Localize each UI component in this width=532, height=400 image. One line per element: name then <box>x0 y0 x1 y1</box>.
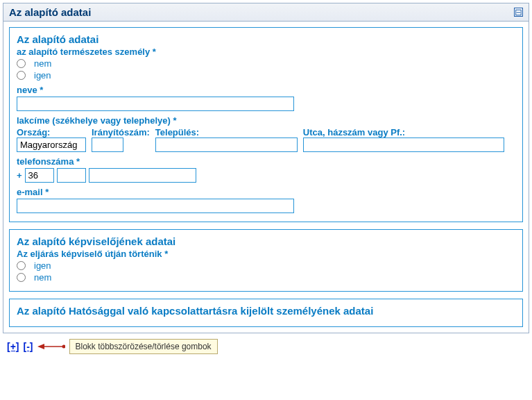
street-col: Utca, házszám vagy Pf.: <box>303 127 504 152</box>
natural-person-label: az alapító természetes személy * <box>17 47 515 57</box>
phone-row: + <box>17 168 515 183</box>
panel-body: Az alapító adatai az alapító természetes… <box>3 22 529 333</box>
panel-title: Az alapító adatai <box>9 6 91 18</box>
phone-country-input[interactable] <box>25 168 54 183</box>
street-input[interactable] <box>303 138 504 152</box>
add-block-button[interactable]: [+] <box>7 341 19 352</box>
city-label: Település: <box>155 127 298 138</box>
rep-no-row: nem <box>17 272 515 283</box>
rep-no-label: nem <box>34 272 51 283</box>
email-label: e-mail * <box>17 187 515 197</box>
rep-section-title: Az alapító képviselőjének adatai <box>17 235 515 247</box>
rep-radio-no[interactable] <box>17 273 26 282</box>
panel-header: Az alapító adatai ⊟ <box>3 3 529 22</box>
address-label: lakcíme (székhelye vagy telephelye) * <box>17 115 515 126</box>
street-label: Utca, házszám vagy Pf.: <box>303 127 504 138</box>
radio-yes-label: igen <box>34 70 51 81</box>
zip-input[interactable] <box>92 138 123 152</box>
email-input[interactable] <box>17 199 294 213</box>
natural-person-radio-no[interactable] <box>17 59 26 68</box>
address-row: Ország: Irányítószám: Település: Utca, h… <box>17 127 515 152</box>
representative-section: Az alapító képviselőjének adatai Az eljá… <box>9 229 523 292</box>
founder-panel: Az alapító adatai ⊟ Az alapító adatai az… <box>3 3 529 333</box>
founder-data-section: Az alapító adatai az alapító természetes… <box>9 27 523 222</box>
rep-yes-label: igen <box>34 260 51 271</box>
contact-section-title: Az alapító Hatósággal való kapcsolattart… <box>17 305 515 317</box>
phone-label: telefonszáma * <box>17 156 515 167</box>
country-col: Ország: <box>17 127 86 152</box>
tooltip-box: Blokk többszörözése/törlése gombok <box>69 339 218 354</box>
contact-person-section: Az alapító Hatósággal való kapcsolattart… <box>9 299 523 327</box>
svg-point-2 <box>62 345 65 349</box>
phone-number-input[interactable] <box>89 168 196 183</box>
city-input[interactable] <box>155 138 298 152</box>
footer-row: [+] [-] Blokk többszörözése/törlése gomb… <box>3 339 529 354</box>
city-col: Település: <box>155 127 298 152</box>
natural-person-yes-row: igen <box>17 70 515 81</box>
phone-plus: + <box>17 170 22 181</box>
name-input[interactable] <box>17 97 294 111</box>
radio-no-label: nem <box>34 58 51 69</box>
zip-col: Irányítószám: <box>92 127 150 152</box>
phone-area-input[interactable] <box>57 168 86 183</box>
zip-label: Irányítószám: <box>92 127 150 138</box>
name-label: neve * <box>17 85 515 95</box>
country-label: Ország: <box>17 127 86 138</box>
rep-label: Az eljárás képviselő útján történik * <box>17 249 515 259</box>
remove-block-button[interactable]: [-] <box>24 341 33 352</box>
rep-yes-row: igen <box>17 260 515 271</box>
natural-person-no-row: nem <box>17 58 515 69</box>
collapse-icon[interactable]: ⊟ <box>514 8 523 17</box>
section-title: Az alapító adatai <box>17 33 515 45</box>
country-input[interactable] <box>17 138 86 152</box>
arrow-icon <box>37 342 65 351</box>
rep-radio-yes[interactable] <box>17 261 26 270</box>
svg-marker-1 <box>37 344 44 349</box>
natural-person-radio-yes[interactable] <box>17 71 26 80</box>
